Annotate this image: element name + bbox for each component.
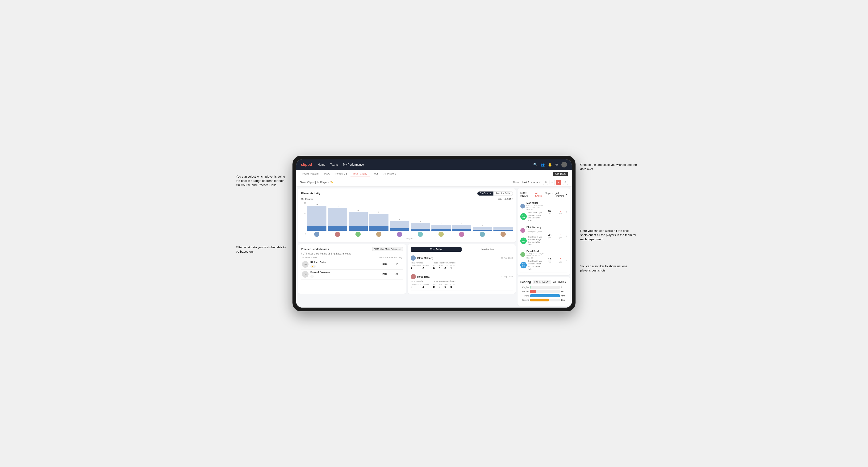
bar-group-3: 9	[369, 211, 389, 237]
tab-most-active[interactable]: Most Active	[411, 247, 462, 252]
metric-box-0a: 67 yds	[546, 209, 554, 214]
player-badge-0: ★ 1	[310, 265, 316, 268]
scoring-bar-eagles: Eagles 3	[520, 286, 567, 289]
metric-label-2b: yds	[557, 261, 564, 263]
chart-metric-dropdown[interactable]: Total Rounds ▾	[497, 198, 513, 200]
page-wrapper: You can select which player is doing the…	[292, 156, 576, 311]
bar-inner-2	[349, 226, 368, 231]
avatar-2	[355, 231, 361, 237]
bar-9	[493, 227, 513, 231]
leaderboard-dropdown[interactable]: PUTT Must Make Putting ... ▾	[372, 247, 403, 251]
bar-0	[307, 206, 327, 231]
shot-info-2: Shot Dist: 16 yds Start Lie: Rough End L…	[528, 260, 544, 270]
bs-tab-all-shots[interactable]: All Shots	[534, 192, 543, 197]
view-list-icon[interactable]: ≡	[550, 180, 555, 185]
team-title: Team Clippd | 14 Players ✏️	[300, 181, 334, 184]
tournament-label-0: Tournament	[411, 264, 421, 267]
shot-item-2: David Ford 24 Aug 2023 · Royal North Dev…	[520, 248, 567, 272]
nav-link-teams[interactable]: Teams	[330, 163, 338, 166]
shot-metrics-0: 67 yds 0 yds	[546, 209, 564, 214]
scoring-bar-track-pars	[530, 294, 560, 297]
pai-date-0: 26 Aug 2023	[501, 257, 513, 259]
shot-player-name-2: David Ford	[526, 250, 544, 253]
shot-chevron-2[interactable]: ›	[566, 258, 567, 262]
time-period-chevron: ▾	[539, 181, 540, 184]
view-heart-icon[interactable]: ♥	[556, 180, 561, 185]
player-avatar-1: EC	[302, 271, 309, 278]
nav-link-my-performance[interactable]: My Performance	[343, 163, 364, 166]
bs-tab-players[interactable]: Players	[544, 192, 553, 197]
gtt-stat-1: GTT 0	[433, 283, 437, 289]
player-name-0: Richard Butler	[310, 261, 379, 264]
view-filter-icon[interactable]: ⊟	[563, 180, 568, 185]
drill-name: PUTT Must Make Putting (3-6 ft), Last 3 …	[301, 252, 403, 255]
plus-circle-icon[interactable]: ⊕	[555, 163, 558, 166]
scoring-count-eagles: 3	[561, 286, 567, 288]
metric-value-2b: 0	[557, 258, 564, 261]
chart-dropdown-chevron: ▾	[512, 198, 513, 200]
team-name: Team Clippd | 14 Players	[300, 181, 329, 184]
tab-least-active[interactable]: Least Active	[462, 247, 513, 252]
pai-name-1: Rees Britt	[417, 275, 430, 278]
shot-badge-text-2: 198SG	[522, 263, 525, 267]
users-icon[interactable]: 👥	[540, 163, 545, 166]
tab-tour[interactable]: Tour	[371, 171, 380, 177]
bar-inner-8	[473, 230, 492, 231]
tab-hcaps[interactable]: Hcaps 1-5	[333, 171, 349, 177]
team-header: Team Clippd | 14 Players ✏️ Show: Last 3…	[296, 178, 572, 187]
bar-5	[411, 223, 430, 231]
bars-row: 13 12	[307, 202, 513, 237]
edit-icon[interactable]: ✏️	[330, 181, 334, 184]
pill-on-course[interactable]: On Course	[477, 191, 493, 195]
avatar-6	[438, 231, 444, 237]
show-label: Show:	[512, 181, 520, 184]
scoring-player-filter[interactable]: All Players ▾	[553, 281, 566, 283]
metric-divider-1	[555, 234, 555, 239]
scoring-bar-bogeys: Bogeys 311	[520, 299, 567, 302]
tab-all-players[interactable]: All Players	[381, 171, 398, 177]
sub-navigation: PGAT Players PGA Hcaps 1-5 Team Clippd T…	[296, 170, 572, 178]
practice-value-1: 4	[423, 285, 429, 289]
scoring-bar-track-bogeys	[530, 299, 560, 302]
bar-value-9: 2	[503, 224, 503, 226]
shot-end-2: End Lie: In The Hole	[528, 265, 544, 270]
practice-activities-1: GTT 0 APP 0 ARG	[433, 283, 455, 289]
leaderboard-dropdown-chevron: ▾	[400, 248, 401, 250]
player-pb-0: 19/20	[379, 263, 390, 266]
best-shots-player-filter[interactable]: All Players ▾	[556, 192, 567, 197]
bar-value-5: 4	[420, 220, 421, 223]
shot-end-0: End Lie: In The Hole	[528, 217, 544, 222]
bar-group-6: 3	[431, 222, 451, 237]
add-team-button[interactable]: Add Team	[553, 172, 568, 176]
avatar-8	[480, 231, 485, 237]
tab-pgat-players[interactable]: PGAT Players	[300, 171, 321, 177]
bell-icon[interactable]: 🔔	[548, 163, 552, 166]
bar-value-4: 5	[399, 219, 400, 221]
nav-link-home[interactable]: Home	[318, 163, 325, 166]
pai-avatar-0	[411, 255, 416, 261]
tournament-value-0: 7	[411, 267, 421, 270]
tab-team-clippd[interactable]: Team Clippd	[350, 171, 370, 177]
shot-chevron-0[interactable]: ›	[566, 210, 567, 214]
pill-practice-drills[interactable]: Practice Drills	[493, 191, 513, 195]
total-practice-label-1: Total Practice Activities	[434, 280, 456, 283]
pai-header-1: Rees Britt 02 Sep 2023	[411, 274, 513, 279]
tab-pga[interactable]: PGA	[322, 171, 332, 177]
shot-player-name-0: Matt Miller	[526, 201, 544, 204]
bar-chart: 15 10 5 0	[301, 202, 513, 240]
scoring-par-dropdown[interactable]: Par 3, 4 & 5s ▾	[533, 280, 552, 284]
bar-group-5: 4	[411, 220, 430, 237]
time-period-selector[interactable]: Last 3 months ▾	[522, 181, 540, 184]
avatar[interactable]	[561, 162, 567, 167]
on-course-practice-toggle[interactable]: On Course Practice Drills	[477, 191, 513, 196]
pai-name-0: Blair McHarg	[417, 257, 433, 259]
bar-group-2: 10	[349, 209, 368, 237]
best-shots-title-row: Best Shots All Shots Players ▾	[520, 191, 556, 198]
shot-badge-text-0: 200SG	[522, 215, 525, 219]
shot-chevron-1[interactable]: ›	[566, 235, 567, 238]
view-grid-icon[interactable]: ⊞	[543, 180, 548, 185]
practice-leaderboard-card: Practice Leaderboards PUTT Must Make Put…	[298, 244, 406, 294]
pai-stats-1: Tournament 8 Practice 4	[411, 283, 513, 289]
avatar-3	[376, 231, 381, 237]
search-icon[interactable]: 🔍	[533, 163, 537, 166]
